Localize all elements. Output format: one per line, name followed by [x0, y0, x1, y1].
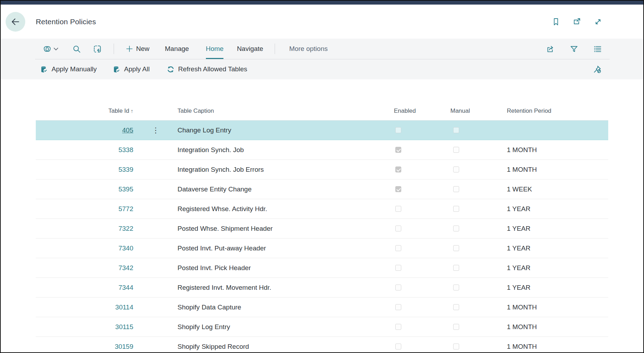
analysis-mode-button[interactable] [93, 39, 102, 59]
expand-icon[interactable] [594, 18, 602, 26]
table-id-link[interactable]: 5338 [119, 146, 133, 153]
toolbar-divider [275, 44, 275, 54]
manual-checkbox[interactable] [453, 206, 459, 212]
tab-home[interactable]: Home [206, 39, 224, 59]
enabled-checkbox[interactable] [395, 344, 401, 349]
table-caption-cell[interactable]: Posted Invt. Pick Header [177, 264, 393, 272]
enabled-checkbox[interactable] [395, 147, 401, 153]
manual-checkbox[interactable] [453, 147, 459, 153]
table-id-link[interactable]: 5339 [119, 166, 133, 173]
table-caption-cell[interactable]: Shopify Skipped Record [177, 343, 393, 351]
manual-checkbox[interactable] [453, 166, 459, 172]
table-row[interactable]: 7344 ⋮ Registered Invt. Movement Hdr. 1 … [36, 278, 608, 298]
enabled-checkbox[interactable] [395, 324, 401, 330]
column-header-enabled[interactable]: Enabled [393, 107, 450, 115]
enabled-checkbox[interactable] [395, 245, 401, 251]
table-id-link[interactable]: 7344 [119, 284, 133, 291]
share-icon[interactable] [546, 45, 555, 53]
table-caption-cell[interactable]: Registered Invt. Movement Hdr. [177, 284, 393, 292]
table-caption-cell[interactable]: Dataverse Entity Change [177, 185, 393, 193]
retention-period-cell[interactable]: 1 MONTH [506, 323, 608, 331]
table-caption-cell[interactable]: Posted Invt. Put-away Header [177, 244, 393, 252]
manual-checkbox[interactable] [453, 265, 459, 271]
retention-period-cell[interactable]: 1 MONTH [506, 343, 608, 351]
retention-period-cell[interactable]: 1 YEAR [506, 244, 608, 252]
filter-icon[interactable] [570, 45, 578, 53]
manual-checkbox[interactable] [453, 304, 459, 310]
manual-checkbox[interactable] [453, 324, 459, 330]
enabled-checkbox[interactable] [395, 225, 401, 231]
enabled-checkbox[interactable] [395, 285, 401, 290]
table-caption-cell[interactable]: Registered Whse. Activity Hdr. [177, 205, 393, 213]
enabled-checkbox[interactable] [395, 304, 401, 310]
table-id-link[interactable]: 7342 [119, 264, 133, 272]
manual-checkbox[interactable] [453, 186, 459, 192]
retention-period-cell[interactable]: 1 YEAR [506, 225, 608, 233]
table-row[interactable]: 5338 ⋮ Integration Synch. Job 1 MONTH [36, 140, 608, 160]
enabled-checkbox[interactable] [395, 127, 401, 133]
column-header-table-id[interactable]: Table Id↑ [36, 107, 134, 115]
table-row[interactable]: 5772 ⋮ Registered Whse. Activity Hdr. 1 … [36, 199, 608, 219]
apply-all-button[interactable]: Apply All [113, 65, 150, 73]
retention-period-cell[interactable]: 1 WEEK [506, 185, 608, 193]
manual-checkbox[interactable] [453, 225, 459, 231]
table-caption-cell[interactable]: Change Log Entry [177, 126, 393, 134]
tab-manage[interactable]: Manage [165, 39, 189, 59]
unpin-icon[interactable] [593, 65, 602, 74]
table-id-link[interactable]: 30159 [115, 343, 133, 350]
table-row[interactable]: 7340 ⋮ Posted Invt. Put-away Header 1 YE… [36, 238, 608, 258]
table-row[interactable]: 7342 ⋮ Posted Invt. Pick Header 1 YEAR [36, 258, 608, 278]
table-row[interactable]: 7322 ⋮ Posted Whse. Shipment Header 1 YE… [36, 219, 608, 238]
new-button[interactable]: New [126, 39, 149, 59]
back-button[interactable] [6, 12, 25, 32]
retention-period-cell[interactable]: 1 MONTH [506, 166, 608, 174]
table-caption-cell[interactable]: Integration Synch. Job [177, 146, 393, 154]
retention-period-cell[interactable]: 1 MONTH [506, 146, 608, 154]
column-header-manual[interactable]: Manual [450, 107, 506, 115]
manual-checkbox[interactable] [453, 245, 459, 251]
table-id-link[interactable]: 7322 [119, 225, 133, 232]
retention-period-cell[interactable]: 1 MONTH [506, 303, 608, 311]
column-header-retention-period[interactable]: Retention Period [506, 107, 608, 115]
table-caption-cell[interactable]: Shopify Data Capture [177, 303, 393, 311]
tab-navigate[interactable]: Navigate [237, 39, 263, 59]
copilot-button[interactable] [43, 39, 58, 59]
enabled-checkbox[interactable] [395, 166, 401, 172]
manual-checkbox[interactable] [453, 344, 459, 349]
table-id-link[interactable]: 30114 [115, 303, 133, 311]
manual-checkbox[interactable] [453, 285, 459, 290]
table-row[interactable]: 30115 ⋮ Shopify Log Entry 1 MONTH [36, 317, 608, 337]
bookmark-icon[interactable] [552, 18, 560, 26]
retention-period-cell[interactable]: 1 YEAR [506, 264, 608, 272]
table-row[interactable]: 30114 ⋮ Shopify Data Capture 1 MONTH [36, 298, 608, 317]
enabled-checkbox[interactable] [395, 186, 401, 192]
table-id-link[interactable]: 7340 [119, 244, 133, 252]
enabled-checkbox[interactable] [395, 265, 401, 271]
table-caption-cell[interactable]: Shopify Log Entry [177, 323, 393, 331]
manual-checkbox[interactable] [453, 127, 459, 133]
database-check-icon [113, 65, 121, 73]
refresh-allowed-tables-button[interactable]: Refresh Allowed Tables [167, 65, 247, 73]
more-options-button[interactable]: More options [289, 39, 328, 59]
apply-manually-button[interactable]: Apply Manually [40, 65, 97, 73]
table-id-link[interactable]: 5395 [119, 185, 133, 193]
retention-period-cell[interactable]: 1 YEAR [506, 205, 608, 213]
retention-period-cell[interactable]: 1 YEAR [506, 284, 608, 292]
search-button[interactable] [72, 39, 81, 59]
table-row[interactable]: 5395 ⋮ Dataverse Entity Change 1 WEEK [36, 179, 608, 199]
tab-home-label: Home [206, 45, 224, 53]
table-row[interactable]: 30159 ⋮ Shopify Skipped Record 1 MONTH [36, 337, 608, 353]
table-caption-cell[interactable]: Integration Synch. Job Errors [177, 166, 393, 174]
table-id-link[interactable]: 405 [122, 126, 133, 134]
row-options-icon[interactable]: ⋮ [152, 126, 160, 134]
table-id-link[interactable]: 30115 [115, 323, 133, 331]
list-view-icon[interactable] [593, 45, 602, 53]
open-in-new-window-icon[interactable] [573, 18, 581, 26]
table-id-link[interactable]: 5772 [119, 205, 133, 213]
enabled-checkbox[interactable] [395, 206, 401, 212]
table-row[interactable]: 5339 ⋮ Integration Synch. Job Errors 1 M… [36, 160, 608, 179]
table-caption-cell[interactable]: Posted Whse. Shipment Header [177, 225, 393, 233]
column-header-table-caption[interactable]: Table Caption [177, 107, 393, 115]
table-row[interactable]: 405 ⋮ Change Log Entry [36, 120, 608, 140]
table-header-row: Table Id↑ Table Caption Enabled Manual R… [36, 102, 608, 120]
